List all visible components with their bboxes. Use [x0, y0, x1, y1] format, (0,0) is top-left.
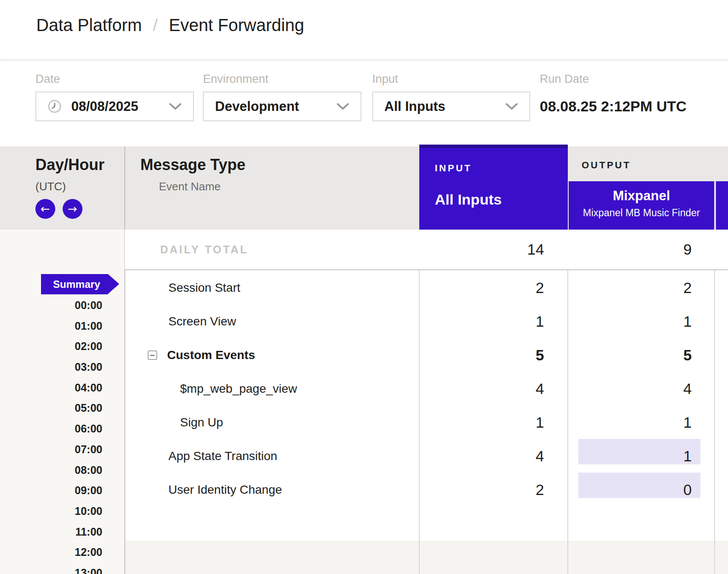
hour-label-11[interactable]: 11:00 [0, 522, 124, 542]
event-label: User Identity Change [125, 483, 419, 497]
next-day-button[interactable]: → [63, 199, 82, 219]
daily-total-label: DAILY TOTAL [125, 243, 419, 256]
input-count: 4 [419, 448, 568, 465]
input-count: 2 [419, 481, 568, 498]
event-label: Sign Up [125, 416, 419, 429]
output-count: 4 [684, 380, 692, 397]
breadcrumb-data-platform[interactable]: Data Platform [36, 16, 142, 35]
event-label: Session Start [125, 281, 419, 295]
hour-label-00[interactable]: 00:00 [0, 295, 124, 316]
input-filter-group: Input All Inputs [372, 61, 530, 146]
next-output-column-partial[interactable] [716, 181, 728, 230]
filter-bar: Date 08/08/2025 Environment [0, 61, 728, 146]
hour-label-01[interactable]: 01:00 [0, 316, 124, 337]
hour-label-02[interactable]: 02:00 [0, 336, 124, 357]
clock-icon [47, 99, 62, 114]
breadcrumb-separator: / [153, 16, 158, 35]
table-row-user-identity-change: User Identity Change 2 0 [125, 473, 728, 507]
chevron-down-icon [169, 103, 182, 110]
output-count: 5 [684, 347, 692, 363]
environment-filter-group: Environment Development [203, 61, 361, 146]
chevron-down-icon [336, 103, 349, 110]
table-footer-area [125, 541, 728, 574]
input-column-tag: INPUT [435, 163, 472, 174]
hour-label-08[interactable]: 08:00 [0, 460, 124, 481]
date-select[interactable]: 08/08/2025 [35, 91, 194, 121]
day-hour-subtitle: (UTC) [35, 180, 104, 193]
input-column-header[interactable]: INPUT All Inputs [419, 145, 568, 230]
message-type-title: Message Type [140, 156, 245, 174]
message-type-header: Message Type Event Name [140, 156, 245, 193]
daily-total-output-value: 9 [568, 241, 715, 258]
input-count: 1 [419, 313, 568, 330]
breadcrumb-event-forwarding[interactable]: Event Forwarding [169, 16, 304, 35]
discrepancy-highlight [578, 439, 700, 464]
output-count: 0 [684, 481, 692, 498]
chevron-down-icon [505, 103, 518, 110]
input-count: 2 [419, 279, 568, 296]
table-row-sign-up: Sign Up 1 1 [125, 406, 728, 439]
input-count: 1 [419, 414, 568, 431]
date-value: 08/08/2025 [71, 99, 138, 114]
collapse-icon[interactable] [148, 350, 157, 360]
output-count: 2 [684, 279, 692, 296]
hour-label-12[interactable]: 12:00 [0, 542, 124, 563]
event-rows: Session Start 2 2 Screen View 1 1 Custom… [125, 271, 728, 507]
run-date-value: 08.08.25 2:12PM UTC [540, 91, 687, 121]
input-select[interactable]: All Inputs [372, 91, 530, 121]
input-column-selected: All Inputs [435, 191, 502, 208]
day-hour-title: Day/Hour [35, 156, 104, 174]
event-label: Screen View [125, 315, 419, 328]
hour-label-13[interactable]: 13:00 [0, 563, 124, 574]
event-label: Custom Events [167, 348, 255, 362]
summary-badge[interactable]: Summary [41, 274, 108, 294]
discrepancy-highlight [578, 473, 700, 498]
event-label: $mp_web_page_view [125, 382, 419, 396]
event-forwarding-page: Data Platform / Event Forwarding Date 08… [0, 0, 728, 574]
output-column-header-mixpanel[interactable]: Mixpanel Mixpanel MB Music Finder [569, 181, 714, 230]
date-filter-group: Date 08/08/2025 [35, 61, 194, 146]
output-connection-name: Mixpanel MB Music Finder [569, 207, 714, 219]
day-pager: ← → [35, 199, 82, 219]
daily-total-input-value: 14 [419, 241, 568, 258]
table-row-app-state-transition: App State Transition 4 1 [125, 439, 728, 473]
day-hour-header: Day/Hour (UTC) [35, 156, 104, 193]
table-row-screen-view: Screen View 1 1 [125, 305, 728, 338]
event-label: App State Transition [125, 449, 419, 463]
input-count: 5 [419, 347, 568, 364]
hour-label-09[interactable]: 09:00 [0, 480, 124, 501]
date-filter-label: Date [35, 73, 60, 86]
hour-label-03[interactable]: 03:00 [0, 357, 124, 378]
environment-select[interactable]: Development [203, 91, 361, 121]
table-row-custom-events: Custom Events 5 5 [125, 338, 728, 372]
hour-label-06[interactable]: 06:00 [0, 419, 124, 439]
output-count: 1 [684, 448, 692, 464]
hour-label-05[interactable]: 05:00 [0, 398, 124, 419]
environment-value: Development [215, 99, 299, 114]
table-row-session-start: Session Start 2 2 [125, 271, 728, 305]
input-filter-label: Input [372, 73, 398, 86]
hour-label-10[interactable]: 10:00 [0, 501, 124, 522]
arrow-left-icon: ← [41, 203, 50, 214]
hour-rail: 00:00 01:00 02:00 03:00 04:00 05:00 06:0… [0, 295, 124, 574]
hour-label-07[interactable]: 07:00 [0, 439, 124, 460]
breadcrumb-bar: Data Platform / Event Forwarding [0, 0, 728, 60]
input-value: All Inputs [384, 99, 445, 114]
output-name: Mixpanel [569, 188, 714, 204]
event-name-subtitle: Event Name [159, 180, 245, 193]
run-date-label: Run Date [540, 73, 589, 86]
hour-label-04[interactable]: 04:00 [0, 378, 124, 398]
daily-total-row: DAILY TOTAL 14 9 [125, 230, 728, 270]
output-column-tag: OUTPUT [582, 160, 631, 171]
breadcrumb: Data Platform / Event Forwarding [36, 16, 304, 35]
run-date-group: Run Date 08.08.25 2:12PM UTC [540, 61, 712, 146]
table-row-mp-web-page-view: $mp_web_page_view 4 4 [125, 372, 728, 406]
input-count: 4 [419, 380, 568, 397]
previous-day-button[interactable]: ← [35, 199, 55, 219]
output-count: 1 [684, 414, 692, 431]
arrow-right-icon: → [68, 203, 77, 214]
output-count: 1 [684, 313, 692, 330]
environment-filter-label: Environment [203, 73, 269, 86]
